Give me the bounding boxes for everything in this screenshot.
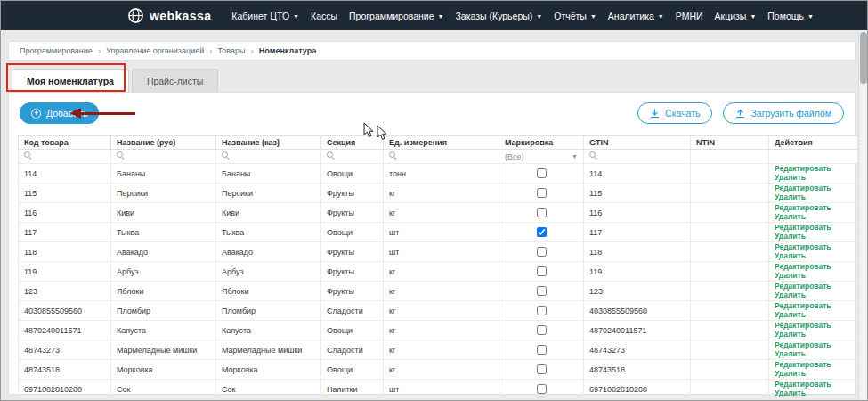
- table-cell: Овощи: [321, 321, 384, 340]
- marking-checkbox[interactable]: [537, 286, 547, 296]
- filter-cell: [384, 150, 499, 164]
- marking-cell: [499, 203, 584, 223]
- delete-link[interactable]: Удалить: [775, 174, 852, 183]
- upload-icon: [735, 109, 745, 119]
- vertical-scrollbar[interactable]: [858, 30, 867, 400]
- delete-link[interactable]: Удалить: [775, 311, 852, 320]
- search-icon[interactable]: [327, 151, 336, 160]
- marking-checkbox[interactable]: [537, 266, 547, 276]
- nav-item[interactable]: Кассы: [311, 11, 337, 21]
- marking-checkbox[interactable]: [537, 345, 547, 355]
- table-row: 123ЯблокиЯблокиФруктыкг123РедактироватьУ…: [19, 282, 858, 301]
- nav-item[interactable]: Помощь▼: [767, 11, 814, 21]
- nav-item-label: Кабинет ЦТО: [231, 11, 289, 21]
- table-cell: Бананы: [216, 164, 321, 184]
- nav-item-label: Акцизы: [715, 11, 747, 21]
- column-header[interactable]: Название (рус): [111, 136, 216, 150]
- download-button[interactable]: Скачать: [637, 102, 712, 124]
- tab-bar: Моя номенклатураПрайс-листы: [12, 69, 218, 92]
- table-cell: 114: [584, 164, 691, 184]
- column-header[interactable]: Код товара: [19, 136, 111, 150]
- table-cell: 4870240011571: [584, 321, 691, 340]
- nav-item[interactable]: РМНИ: [676, 11, 703, 21]
- nomenclature-table: Код товараНазвание (рус)Название (каз)Се…: [18, 135, 858, 399]
- table-cell: 115: [19, 184, 111, 203]
- breadcrumb-item[interactable]: Товары: [218, 46, 246, 55]
- nav-item[interactable]: Отчёты▼: [554, 11, 596, 21]
- table-cell: 48743518: [19, 360, 111, 380]
- marking-checkbox[interactable]: [537, 325, 547, 335]
- brand-logo[interactable]: webkassa: [127, 7, 211, 24]
- breadcrumb-separator: ›: [209, 46, 212, 56]
- search-icon[interactable]: [24, 151, 33, 160]
- content-panel: + Добавить Скачать Загрузить файлом: [8, 92, 856, 395]
- table-cell: [691, 203, 769, 223]
- filter-cell[interactable]: (Все)▼: [499, 150, 584, 164]
- search-icon[interactable]: [389, 151, 398, 160]
- actions-cell: РедактироватьУдалить: [769, 184, 858, 203]
- delete-link[interactable]: Удалить: [775, 291, 852, 300]
- marking-checkbox[interactable]: [537, 247, 547, 257]
- delete-link[interactable]: Удалить: [775, 389, 852, 398]
- scrollbar-thumb[interactable]: [860, 32, 867, 84]
- column-header[interactable]: GTIN: [584, 136, 691, 150]
- table-cell: 114: [19, 164, 111, 184]
- search-icon[interactable]: [589, 151, 598, 160]
- table-cell: кг: [384, 321, 499, 340]
- table-cell: [691, 282, 769, 301]
- column-header[interactable]: Действия: [769, 136, 858, 150]
- column-header[interactable]: Маркировка: [499, 136, 584, 150]
- nav-item[interactable]: Программирование▼: [349, 11, 443, 21]
- tab-my-nomenclature[interactable]: Моя номенклатура: [12, 69, 129, 92]
- marking-checkbox[interactable]: [537, 384, 547, 394]
- search-icon[interactable]: [222, 151, 231, 160]
- upload-button[interactable]: Загрузить файлом: [723, 102, 844, 124]
- delete-link[interactable]: Удалить: [775, 331, 852, 340]
- table-cell: [691, 242, 769, 262]
- tab-price-lists[interactable]: Прайс-листы: [132, 69, 218, 92]
- toolbar: + Добавить Скачать Загрузить файлом: [20, 102, 844, 125]
- delete-link[interactable]: Удалить: [775, 272, 852, 281]
- breadcrumb-item[interactable]: Управление организацией: [106, 46, 204, 55]
- search-icon[interactable]: [117, 151, 126, 160]
- delete-link[interactable]: Удалить: [775, 233, 852, 241]
- marking-cell: [499, 223, 584, 242]
- table-cell: [691, 380, 769, 399]
- delete-link[interactable]: Удалить: [775, 350, 852, 359]
- column-header[interactable]: Ед. измерения: [384, 136, 499, 150]
- breadcrumb-separator: ›: [98, 46, 101, 56]
- marking-checkbox[interactable]: [537, 208, 547, 217]
- column-header[interactable]: Название (каз): [216, 136, 321, 150]
- table-cell: Пломбир: [216, 301, 321, 321]
- breadcrumb-item[interactable]: Программирование: [20, 46, 93, 55]
- table-cell: Бананы: [111, 164, 216, 184]
- table-row: 115ПерсикиПерсикиФруктыкг115Редактироват…: [19, 184, 858, 203]
- marking-cell: [499, 184, 584, 203]
- table-cell: шт: [384, 242, 499, 262]
- actions-cell: РедактироватьУдалить: [769, 301, 858, 321]
- delete-link[interactable]: Удалить: [775, 193, 852, 202]
- column-header[interactable]: Секция: [321, 136, 384, 150]
- column-header[interactable]: NTIN: [691, 136, 769, 150]
- nav-item[interactable]: Аналитика▼: [608, 11, 664, 21]
- marking-checkbox[interactable]: [537, 306, 547, 315]
- nav-item[interactable]: Кабинет ЦТО▼: [231, 11, 299, 21]
- marking-checkbox[interactable]: [537, 188, 547, 198]
- table-cell: 118: [19, 242, 111, 262]
- table-cell: [691, 340, 769, 360]
- table-cell: 117: [19, 223, 111, 242]
- delete-link[interactable]: Удалить: [775, 213, 852, 222]
- marking-checkbox[interactable]: [537, 168, 547, 178]
- marking-filter-dropdown[interactable]: (Все)▼: [505, 152, 578, 161]
- nav-item[interactable]: Заказы (Курьеры)▼: [456, 11, 543, 21]
- delete-link[interactable]: Удалить: [775, 252, 852, 261]
- marking-checkbox[interactable]: [537, 227, 547, 237]
- table-cell: Овощи: [321, 223, 384, 242]
- breadcrumb-separator: ›: [251, 46, 254, 56]
- nav-item[interactable]: Акцизы▼: [715, 11, 757, 21]
- table-row: 114БананыБананыОвощитонн114Редактировать…: [19, 164, 858, 184]
- mouse-cursor-icon: [377, 125, 387, 141]
- delete-link[interactable]: Удалить: [775, 370, 852, 379]
- nav-item-label: Помощь: [767, 11, 804, 21]
- marking-checkbox[interactable]: [537, 364, 547, 374]
